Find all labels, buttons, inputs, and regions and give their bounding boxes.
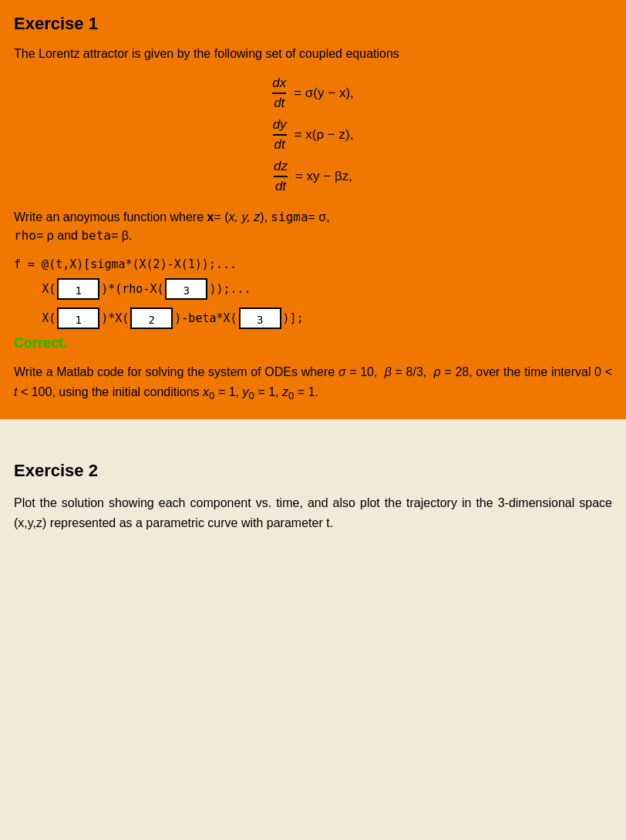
code-line-1: f = @(t,X)[sigma*(X(2)-X(1));... [14,254,612,275]
sigma-val: σ [338,365,346,378]
code-block: f = @(t,X)[sigma*(X(2)-X(1));... X( 1 )*… [14,254,612,329]
code-line2-indent [14,279,42,300]
code-line2-x-open: X( [42,279,56,300]
input-x3-2[interactable]: 2 [130,307,173,329]
eq3-rhs: = xy − βz, [295,169,352,184]
code-line3-mid1: )*X( [101,308,129,329]
where-word: where [170,210,204,223]
beta-val: β [385,365,392,378]
numer-dx: dx [272,76,286,94]
write-anon-rhodef: rho= ρ [14,229,57,242]
code-line-3: X( 1 )*X( 2 )-beta*X( 3 )]; [14,307,612,329]
plot-text: Plot the solution showing each component… [14,493,612,533]
rho-val: ρ [434,365,441,378]
ode-text: Write a Matlab code for solving the syst… [14,362,612,404]
input-x2-2[interactable]: 3 [165,278,207,300]
spacer [0,419,626,442]
exercise-2-title: Exercise 2 [14,461,612,481]
code-line1-text: f = @(t,X)[sigma*(X(2)-X(1));... [14,254,237,275]
input-x2-1[interactable]: 1 [57,278,99,300]
equations-block: dx dt = σ(y − x), dy dt = x(ρ − z), dz d… [14,76,612,194]
fraction-dz-dt: dz dt [274,159,288,194]
denom-dt-1: dt [274,94,284,111]
code-line2-suffix: ));... [209,279,251,300]
write-anon-betadef: beta= β. [81,229,132,242]
equation-1: dx dt = σ(y − x), [272,76,354,111]
code-line3-indent [14,308,42,329]
input-x3-1[interactable]: 1 [57,307,99,329]
input-x3-3[interactable]: 3 [239,307,281,329]
write-anon-and: and [57,229,81,242]
write-anon-prefix: Write an anoymous function [14,210,170,223]
exercise-1-section: Exercise 1 The Lorentz attractor is give… [0,0,626,419]
fraction-dy-dt: dy dt [273,117,287,153]
exercise-1-title: Exercise 1 [14,14,612,34]
code-line2-mid: )*(rho-X( [101,279,163,300]
equation-2: dy dt = x(ρ − z), [273,117,354,153]
write-anon-xdef: x= (x, y, z), sigma= σ, [204,210,330,223]
intro-text: The Lorentz attractor is given by the fo… [14,45,612,63]
code-line3-mid2: )-beta*X( [174,308,237,329]
denom-dt-3: dt [275,177,286,194]
correct-label: Correct. [14,335,612,351]
denom-dt-2: dt [274,136,285,153]
numer-dz: dz [274,159,288,177]
equation-3: dz dt = xy − βz, [274,159,352,194]
code-line3-suffix: )]; [283,308,304,329]
write-anon-text: Write an anoymous function where x= (x, … [14,208,612,245]
fraction-dx-dt: dx dt [272,76,286,111]
exercise-2-section: Exercise 2 Plot the solution showing eac… [0,442,626,548]
code-line-2: X( 1 )*(rho-X( 3 ));... [14,278,612,300]
eq1-rhs: = σ(y − x), [294,86,354,101]
numer-dy: dy [273,117,287,136]
eq2-rhs: = x(ρ − z), [294,127,354,143]
code-line3-x-open: X( [42,308,56,329]
